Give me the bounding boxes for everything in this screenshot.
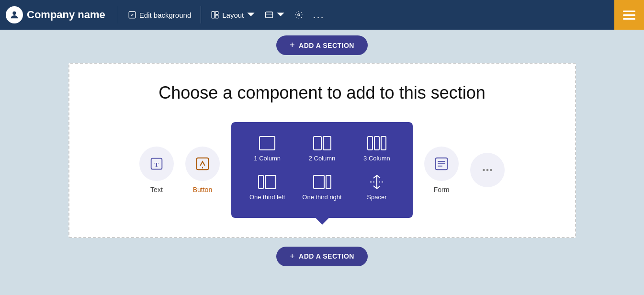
svg-rect-14: [368, 136, 373, 150]
add-section-bottom-button[interactable]: + ADD A SECTION: [276, 247, 368, 266]
more-options-button[interactable]: ...: [308, 6, 329, 24]
svg-rect-17: [259, 175, 263, 189]
section-card: Choose a component to add to this sectio…: [68, 63, 576, 238]
hamburger-line-1: [623, 11, 635, 12]
svg-rect-4: [215, 15, 218, 18]
3-column-icon: [367, 135, 386, 152]
layout-2-column[interactable]: 2 Column: [299, 132, 344, 166]
svg-rect-11: [260, 136, 275, 150]
add-section-plus-icon: +: [290, 40, 295, 50]
layout-3-column[interactable]: 3 Column: [354, 132, 399, 166]
edit-background-button[interactable]: Edit background: [123, 8, 196, 22]
form-icon: [433, 156, 450, 172]
svg-point-29: [490, 169, 492, 171]
one-third-left-label: One third left: [249, 193, 285, 202]
layout-button[interactable]: Layout: [206, 8, 260, 22]
section-icon: [265, 11, 273, 19]
svg-rect-12: [314, 136, 321, 150]
layout-label: Layout: [222, 11, 244, 19]
component-text[interactable]: T Text: [139, 147, 174, 193]
settings-button[interactable]: [290, 8, 308, 22]
hamburger-line-2: [623, 14, 635, 16]
section-title: Choose a component to add to this sectio…: [158, 83, 485, 103]
button-icon-circle: [185, 147, 220, 181]
add-section-bottom-plus: +: [290, 251, 295, 261]
divider-1: [118, 6, 118, 23]
svg-rect-2: [212, 11, 215, 18]
add-section-bottom-label: ADD A SECTION: [299, 252, 354, 260]
2-column-label: 2 Column: [309, 155, 336, 163]
layout-spacer[interactable]: Spacer: [354, 170, 399, 204]
gear-icon: [294, 11, 303, 19]
3-column-label: 3 Column: [363, 155, 390, 163]
one-third-right-icon: [313, 173, 332, 191]
layout-one-third-left[interactable]: One third left: [245, 170, 290, 204]
form-label: Form: [434, 186, 450, 193]
svg-point-0: [12, 11, 16, 15]
svg-rect-20: [326, 175, 331, 189]
divider-2: [201, 6, 201, 23]
text-icon: T: [148, 156, 165, 172]
component-row: T Text Button: [98, 122, 546, 218]
text-label: Text: [150, 186, 163, 193]
chevron-down-icon: [247, 11, 255, 19]
component-button[interactable]: Button: [185, 147, 220, 193]
1-column-label: 1 Column: [254, 155, 281, 163]
spacer-label: Spacer: [367, 193, 386, 202]
add-section-top-label: ADD A SECTION: [299, 42, 354, 49]
add-section-top-button[interactable]: + ADD A SECTION: [276, 35, 368, 55]
1-column-icon: [258, 135, 277, 152]
button-icon: [194, 156, 211, 172]
company-name-text: Company name: [27, 9, 105, 21]
edit-bg-icon: [128, 11, 136, 19]
component-form[interactable]: Form: [424, 147, 459, 193]
toolbar: Company name Edit background Layout ...: [0, 0, 644, 30]
button-label: Button: [193, 186, 212, 193]
layout-one-third-right[interactable]: One third right: [299, 170, 344, 204]
chevron-down-icon-2: [276, 11, 285, 19]
svg-rect-18: [265, 175, 276, 189]
form-icon-circle: [424, 147, 459, 181]
svg-point-28: [486, 169, 489, 171]
layout-1-column[interactable]: 1 Column: [245, 132, 290, 166]
layout-popup: 1 Column 2 Column: [231, 122, 413, 218]
main-content: + ADD A SECTION Choose a component to ad…: [0, 30, 644, 295]
one-third-right-label: One third right: [302, 193, 341, 202]
more-icon-circle: [470, 153, 505, 187]
company-logo: Company name: [6, 6, 105, 23]
svg-point-6: [298, 14, 300, 16]
svg-rect-13: [323, 136, 331, 150]
svg-rect-3: [215, 11, 218, 14]
one-third-left-icon: [258, 173, 277, 191]
spacer-icon: [367, 173, 386, 191]
more-options-dots: ...: [313, 9, 324, 21]
svg-rect-5: [266, 12, 273, 18]
svg-point-27: [483, 169, 485, 171]
text-icon-circle: T: [139, 147, 174, 181]
logo-icon: [6, 6, 23, 23]
layout-icon: [211, 11, 219, 19]
svg-rect-15: [374, 136, 379, 150]
svg-rect-19: [314, 175, 324, 189]
svg-rect-16: [381, 136, 386, 150]
section-button[interactable]: [260, 8, 290, 22]
hamburger-button[interactable]: [614, 0, 644, 30]
svg-text:T: T: [155, 161, 159, 168]
hamburger-line-3: [623, 18, 635, 20]
component-more[interactable]: [470, 153, 505, 187]
more-dots-icon: [479, 162, 496, 178]
2-column-icon: [313, 135, 332, 152]
edit-background-label: Edit background: [139, 11, 191, 19]
